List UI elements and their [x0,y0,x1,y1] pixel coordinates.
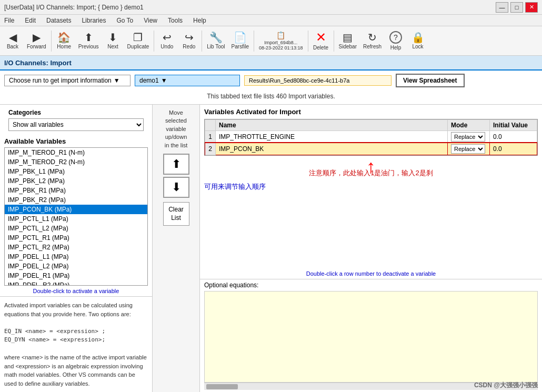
var-name-1: IMP_THROTTLE_ENGINE [216,131,448,143]
var-item[interactable]: IMP_M_TIEROD_R2 (N-m) [5,157,147,167]
toolbar-sep-1 [51,31,52,52]
menu-libraries[interactable]: Libraries [79,16,108,25]
next-button[interactable]: ⬇ Next [103,28,124,54]
sidebar-icon: ▤ [343,32,353,43]
row-num-2[interactable]: 2 [205,143,216,155]
demo-dropdown-arrow: ▼ [161,77,167,84]
var-item[interactable]: IMP_PBK_R1 (MPa) [5,186,147,195]
main-content: Choose run to get import information ▼ d… [0,71,542,392]
watermark: CSDN @大强强小强强 [474,381,538,390]
close-button[interactable]: ✕ [525,2,538,13]
var-item[interactable]: IMP_PCTL_L2 (MPa) [5,224,147,233]
import-table-title: Variables Activated for Import [200,105,542,119]
var-item-selected[interactable]: IMP_PCON_BK (MPa) [5,205,147,214]
menu-datasets[interactable]: Datasets [44,16,73,25]
undo-label: Undo [160,44,173,49]
home-label: Home [57,44,71,49]
var-item[interactable]: IMP_PDEL_R2 (MPa) [5,280,147,286]
var-item[interactable]: IMP_PDEL_L1 (MPa) [5,252,147,262]
toolbar-sep-6 [334,31,334,52]
home-icon: 🏠 [57,32,71,43]
next-label: Next [107,44,118,49]
delete-button[interactable]: ✕ Delete [310,28,332,54]
mode-select-2[interactable]: Replace [451,144,485,154]
run-dropdown-arrow: ▼ [114,77,120,84]
col-mode: Mode [448,120,490,131]
arrow-annotation-up: ↑ [366,156,376,178]
redo-label: Redo [183,44,195,49]
libtool-button[interactable]: 🔧 Lib Tool [204,28,227,54]
menu-file[interactable]: File [2,16,16,25]
run-dropdown[interactable]: Choose run to get import information ▼ [4,75,131,86]
var-item[interactable]: IMP_PBK_R2 (MPa) [5,195,147,205]
menu-tools[interactable]: Tools [166,16,185,25]
var-item[interactable]: IMP_PCTL_L1 (MPa) [5,214,147,224]
redo-button[interactable]: ↪ Redo [178,28,199,54]
maximize-button[interactable]: □ [510,2,523,13]
value-cell-2: 0.0 [490,143,537,155]
info-text: This tabbed text file lists 460 Import v… [4,92,538,101]
code-line2: EQ_DYN <name> = <expression>; [4,336,148,345]
var-item[interactable]: IMP_PBK_L1 (MPa) [5,167,147,176]
parsfile-label: Parsfile [232,44,249,49]
redo-icon: ↪ [185,32,194,43]
mode-cell-1[interactable]: Replace [448,131,490,143]
categories-dropdown-container[interactable]: Show all variables [8,118,144,131]
window-title: [UserData] I/O Channels: Import; { Demo … [4,4,144,11]
view-spreadsheet-button[interactable]: View Spreadsheet [396,74,465,87]
tab-io-channels-import[interactable]: I/O Channels: Import [0,56,542,71]
var-item[interactable]: IMP_PDEL_R1 (MPa) [5,271,147,280]
toolbar: ◀ Back ▶ Forward 🏠 Home ⬆ Previous ⬇ Nex… [0,26,542,56]
import-file-label: Import_694b8...08-23-2022 01:13:18 [259,40,303,51]
var-item[interactable]: IMP_PCTL_R2 (MPa) [5,243,147,252]
demo-dropdown[interactable]: demo1 ▼ [135,75,240,86]
forward-button[interactable]: ▶ Forward [24,28,49,54]
undo-button[interactable]: ↩ Undo [156,28,177,54]
optional-equations-label: Optional equations: [204,282,538,289]
middle-panel: Moveselectedvariableup/downin the list ⬆… [153,105,200,392]
parsfile-button[interactable]: 📄 Parsfile [229,28,252,54]
menu-bar: File Edit Datasets Libraries Go To View … [0,15,542,26]
categories-select[interactable]: Show all variables [8,118,144,131]
demo-dropdown-label: demo1 [139,77,159,84]
bottom-left-text: Activated import variables can be calcul… [0,296,152,392]
previous-button[interactable]: ⬆ Previous [76,28,102,54]
clear-list-button[interactable]: ClearList [163,202,189,226]
move-down-button[interactable]: ⬇ [163,177,189,198]
left-panel: Categories Show all variables Available … [0,105,153,392]
minimize-button[interactable]: — [496,2,508,13]
delete-icon: ✕ [316,31,326,44]
variable-list: IMP_M_TIEROD_R1 (N-m) IMP_M_TIEROD_R2 (N… [5,148,147,286]
col-value: Initial Value [490,120,537,131]
menu-goto[interactable]: Go To [114,16,135,25]
forward-icon: ▶ [33,32,41,43]
mode-cell-2[interactable]: Replace [448,143,490,155]
mode-select-1[interactable]: Replace [451,132,485,142]
menu-view[interactable]: View [142,16,159,25]
variable-list-container[interactable]: IMP_M_TIEROD_R1 (N-m) IMP_M_TIEROD_R2 (N… [4,147,148,286]
menu-help[interactable]: Help [191,16,208,25]
h-scroll-thumb[interactable] [206,384,238,389]
panels: Categories Show all variables Available … [0,105,542,392]
lock-button[interactable]: 🔒 Lock [407,28,428,54]
optional-equations-input[interactable] [204,291,538,383]
row-num-1[interactable]: 1 [205,131,216,143]
duplicate-button[interactable]: ❐ Duplicate [125,28,152,54]
results-path: Results\Run_5ed808bc-ce9e-4c11-b7a [244,75,392,86]
var-item[interactable]: IMP_PDEL_L2 (MPa) [5,262,147,271]
back-button[interactable]: ◀ Back [2,28,23,54]
toolbar-sep-5 [308,31,308,52]
var-item[interactable]: IMP_PCTL_R1 (MPa) [5,233,147,243]
var-item[interactable]: IMP_M_TIEROD_R1 (N-m) [5,148,147,157]
sidebar-button[interactable]: ▤ Sidebar [336,28,359,54]
refresh-button[interactable]: ↻ Refresh [360,28,384,54]
var-item[interactable]: IMP_PBK_L2 (MPa) [5,176,147,186]
help-button[interactable]: ? Help [385,28,406,54]
move-up-button[interactable]: ⬆ [163,154,189,175]
window-controls: — □ ✕ [496,2,538,13]
import-file-button[interactable]: 📋 Import_694b8...08-23-2022 01:13:18 [256,28,306,54]
tab-title: I/O Channels: Import [4,59,72,67]
menu-edit[interactable]: Edit [23,16,38,25]
home-button[interactable]: 🏠 Home [54,28,75,54]
back-label: Back [7,44,18,49]
